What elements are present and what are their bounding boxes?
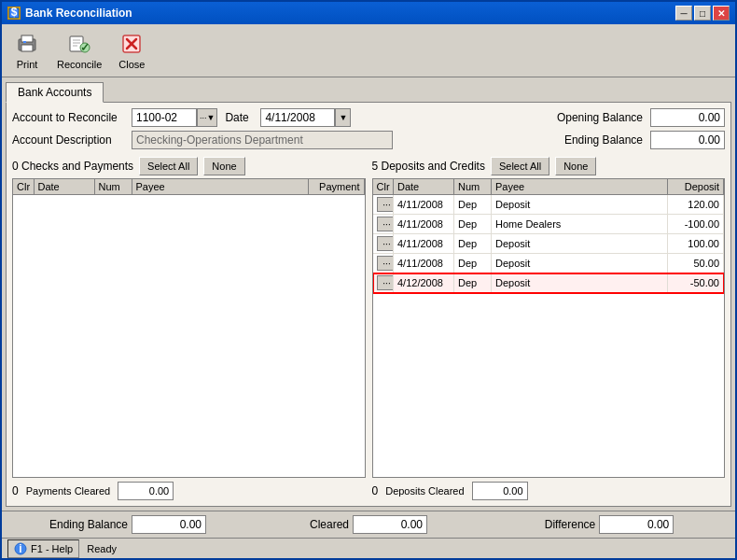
cell-num: Dep [454, 254, 492, 273]
table-row[interactable]: ···4/12/2008DepDeposit-50.00 [373, 273, 724, 293]
table-row[interactable]: ···4/11/2008DepDeposit120.00 [373, 195, 724, 215]
cell-num: Dep [454, 273, 492, 293]
window-title: Bank Reconciliation [25, 7, 132, 20]
svg-text:$: $ [11, 7, 18, 19]
app-icon: $ [7, 7, 21, 20]
footer-cleared-group: Cleared [250, 515, 487, 534]
deposits-cleared-count: 0 [372, 484, 379, 497]
footer-cleared-label: Cleared [310, 518, 349, 531]
footer-difference-group: Difference [491, 515, 728, 534]
cell-date: 4/11/2008 [394, 254, 454, 273]
dep-col-clr: Clr [373, 179, 394, 195]
status-bar: i F1 - Help Ready [2, 538, 735, 558]
deposits-section: 5 Deposits and Credits Select All None C… [372, 157, 726, 500]
deposits-table: Clr Date Num Payee Deposit ···4/11/2008D… [372, 178, 726, 478]
footer-bar: Ending Balance Cleared Difference [2, 511, 735, 538]
cell-date: 4/11/2008 [394, 195, 454, 215]
checks-col-date: Date [34, 179, 94, 195]
checks-select-all-button[interactable]: Select All [139, 157, 198, 175]
footer-difference-input[interactable] [599, 515, 674, 534]
cell-payee: Deposit [492, 195, 668, 215]
close-tool-label: Close [118, 59, 145, 70]
cell-deposit: 100.00 [668, 234, 724, 254]
dep-col-num: Num [454, 179, 492, 195]
account-dropdown-btn[interactable]: ···▼ [197, 108, 217, 127]
account-description-label: Account Description [12, 133, 124, 147]
checks-col-payee: Payee [132, 179, 308, 195]
maximize-button[interactable]: □ [694, 6, 711, 21]
table-row[interactable]: ···4/11/2008DepDeposit100.00 [373, 234, 724, 254]
checks-section: 0 Checks and Payments Select All None Cl… [12, 157, 366, 500]
form-row-1: Account to Reconcile ···▼ Date ▼ Opening… [12, 108, 725, 127]
svg-rect-5 [23, 41, 26, 43]
row-btn[interactable]: ··· [377, 197, 394, 212]
cell-date: 4/11/2008 [394, 234, 454, 254]
status-ready-label: Ready [87, 543, 117, 554]
cell-deposit: -50.00 [668, 273, 724, 293]
svg-text:✓: ✓ [80, 41, 90, 54]
checks-none-button[interactable]: None [203, 157, 244, 175]
cell-deposit: 120.00 [668, 195, 724, 215]
footer-ending-balance-input[interactable] [132, 515, 206, 534]
footer-cleared-input[interactable] [353, 515, 427, 534]
panel: Account to Reconcile ···▼ Date ▼ Opening… [6, 102, 731, 507]
ending-balance-group: Ending Balance [564, 131, 725, 149]
row-btn[interactable]: ··· [377, 275, 394, 290]
account-description-input[interactable] [132, 131, 393, 149]
close-button[interactable]: ✕ [713, 6, 730, 21]
date-dropdown-btn[interactable]: ▼ [335, 108, 351, 127]
reconcile-button[interactable]: ✓ Reconcile [50, 28, 108, 73]
ending-balance-form-label: Ending Balance [564, 133, 643, 147]
deposits-select-all-button[interactable]: Select All [491, 157, 549, 175]
checks-col-num: Num [94, 179, 132, 195]
date-input[interactable] [260, 108, 335, 127]
title-buttons: ─ □ ✕ [675, 6, 730, 21]
footer-difference-label: Difference [545, 518, 595, 531]
main-content: Bank Accounts Account to Reconcile ···▼ … [2, 77, 735, 511]
dep-col-payee: Payee [492, 179, 668, 195]
help-label: F1 - Help [31, 543, 73, 554]
info-icon: i [14, 542, 27, 555]
deposits-cleared-input[interactable] [472, 482, 528, 500]
account-input[interactable] [132, 108, 197, 127]
account-to-reconcile-label: Account to Reconcile [12, 111, 124, 124]
dep-col-deposit: Deposit [668, 179, 724, 195]
deposits-cleared-label: Deposits Cleared [385, 485, 464, 497]
status-help[interactable]: i F1 - Help [7, 539, 79, 558]
svg-rect-3 [21, 35, 33, 42]
svg-text:i: i [19, 542, 21, 555]
date-combo: ▼ [260, 108, 351, 127]
row-btn[interactable]: ··· [377, 217, 394, 231]
payments-cleared-count: 0 [12, 484, 19, 497]
cell-num: Dep [454, 195, 492, 215]
title-bar-left: $ Bank Reconciliation [7, 7, 132, 20]
divider [368, 157, 370, 500]
cell-deposit: -100.00 [668, 215, 724, 234]
tab-bar: Bank Accounts [6, 81, 731, 102]
minimize-button[interactable]: ─ [675, 6, 692, 21]
payments-cleared-label: Payments Cleared [26, 485, 111, 497]
date-label: Date [225, 111, 253, 124]
close-tool-button[interactable]: Close [112, 28, 151, 73]
ending-balance-form-input[interactable] [650, 131, 725, 149]
deposits-bottom-row: 0 Deposits Cleared [372, 482, 726, 500]
opening-balance-input[interactable] [650, 108, 725, 127]
cell-num: Dep [454, 215, 492, 234]
checks-header: 0 Checks and Payments Select All None [12, 157, 366, 175]
title-bar: $ Bank Reconciliation ─ □ ✕ [2, 2, 735, 24]
row-btn[interactable]: ··· [377, 236, 394, 251]
cell-deposit: 50.00 [668, 254, 724, 273]
tab-bank-accounts[interactable]: Bank Accounts [6, 82, 104, 103]
table-row[interactable]: ···4/11/2008DepDeposit50.00 [373, 254, 724, 273]
checks-bottom-row: 0 Payments Cleared [12, 482, 366, 500]
cell-date: 4/11/2008 [394, 215, 454, 234]
table-row[interactable]: ···4/11/2008DepHome Dealers-100.00 [373, 215, 724, 234]
account-combo: ···▼ [132, 108, 217, 127]
print-icon [14, 31, 40, 57]
deposits-none-button[interactable]: None [555, 157, 596, 175]
payments-cleared-input[interactable] [118, 482, 174, 500]
print-button[interactable]: Print [7, 28, 47, 73]
form-row-2: Account Description Ending Balance [12, 131, 725, 149]
row-btn[interactable]: ··· [377, 256, 394, 271]
cell-payee: Home Dealers [492, 215, 668, 234]
